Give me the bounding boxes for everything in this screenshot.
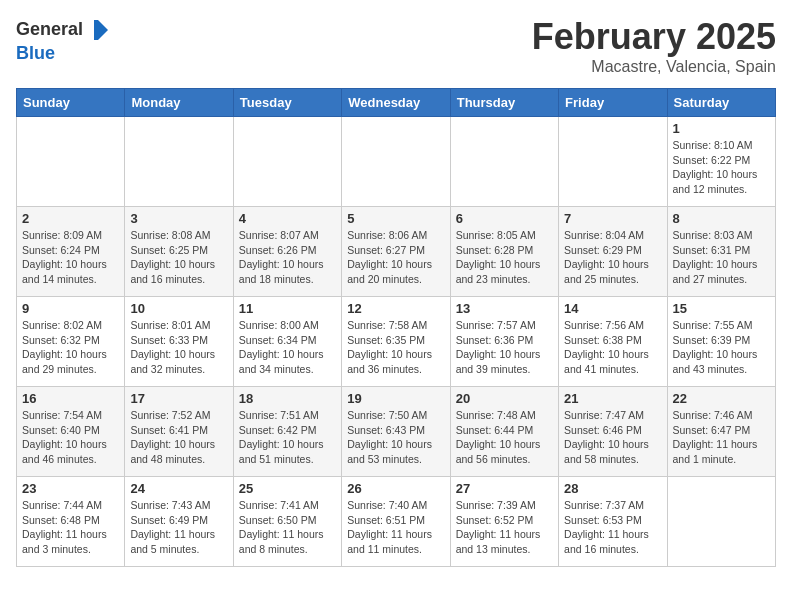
logo: General Blue xyxy=(16,16,113,64)
day-number: 2 xyxy=(22,211,119,226)
calendar-header-row: SundayMondayTuesdayWednesdayThursdayFrid… xyxy=(17,89,776,117)
day-info: Sunrise: 7:47 AM Sunset: 6:46 PM Dayligh… xyxy=(564,408,661,467)
weekday-header: Wednesday xyxy=(342,89,450,117)
calendar-cell: 23Sunrise: 7:44 AM Sunset: 6:48 PM Dayli… xyxy=(17,477,125,567)
day-number: 22 xyxy=(673,391,770,406)
day-number: 25 xyxy=(239,481,336,496)
day-number: 28 xyxy=(564,481,661,496)
calendar-cell: 18Sunrise: 7:51 AM Sunset: 6:42 PM Dayli… xyxy=(233,387,341,477)
calendar-cell xyxy=(233,117,341,207)
calendar-week-row: 16Sunrise: 7:54 AM Sunset: 6:40 PM Dayli… xyxy=(17,387,776,477)
day-info: Sunrise: 8:08 AM Sunset: 6:25 PM Dayligh… xyxy=(130,228,227,287)
day-number: 6 xyxy=(456,211,553,226)
day-info: Sunrise: 7:40 AM Sunset: 6:51 PM Dayligh… xyxy=(347,498,444,557)
day-number: 23 xyxy=(22,481,119,496)
day-number: 8 xyxy=(673,211,770,226)
day-number: 19 xyxy=(347,391,444,406)
calendar-cell: 10Sunrise: 8:01 AM Sunset: 6:33 PM Dayli… xyxy=(125,297,233,387)
day-number: 14 xyxy=(564,301,661,316)
calendar-cell: 20Sunrise: 7:48 AM Sunset: 6:44 PM Dayli… xyxy=(450,387,558,477)
month-title: February 2025 xyxy=(532,16,776,58)
day-number: 3 xyxy=(130,211,227,226)
calendar-cell: 21Sunrise: 7:47 AM Sunset: 6:46 PM Dayli… xyxy=(559,387,667,477)
calendar-cell: 19Sunrise: 7:50 AM Sunset: 6:43 PM Dayli… xyxy=(342,387,450,477)
calendar-cell: 16Sunrise: 7:54 AM Sunset: 6:40 PM Dayli… xyxy=(17,387,125,477)
weekday-header: Sunday xyxy=(17,89,125,117)
day-info: Sunrise: 7:52 AM Sunset: 6:41 PM Dayligh… xyxy=(130,408,227,467)
calendar-cell: 8Sunrise: 8:03 AM Sunset: 6:31 PM Daylig… xyxy=(667,207,775,297)
calendar-cell: 6Sunrise: 8:05 AM Sunset: 6:28 PM Daylig… xyxy=(450,207,558,297)
calendar-week-row: 1Sunrise: 8:10 AM Sunset: 6:22 PM Daylig… xyxy=(17,117,776,207)
calendar-week-row: 2Sunrise: 8:09 AM Sunset: 6:24 PM Daylig… xyxy=(17,207,776,297)
day-number: 7 xyxy=(564,211,661,226)
weekday-header: Tuesday xyxy=(233,89,341,117)
day-number: 17 xyxy=(130,391,227,406)
day-info: Sunrise: 7:57 AM Sunset: 6:36 PM Dayligh… xyxy=(456,318,553,377)
day-number: 16 xyxy=(22,391,119,406)
day-number: 26 xyxy=(347,481,444,496)
day-info: Sunrise: 8:02 AM Sunset: 6:32 PM Dayligh… xyxy=(22,318,119,377)
day-number: 12 xyxy=(347,301,444,316)
day-info: Sunrise: 7:51 AM Sunset: 6:42 PM Dayligh… xyxy=(239,408,336,467)
calendar-cell: 25Sunrise: 7:41 AM Sunset: 6:50 PM Dayli… xyxy=(233,477,341,567)
calendar-cell xyxy=(667,477,775,567)
day-number: 20 xyxy=(456,391,553,406)
calendar-cell: 27Sunrise: 7:39 AM Sunset: 6:52 PM Dayli… xyxy=(450,477,558,567)
day-info: Sunrise: 7:56 AM Sunset: 6:38 PM Dayligh… xyxy=(564,318,661,377)
weekday-header: Saturday xyxy=(667,89,775,117)
calendar-cell: 5Sunrise: 8:06 AM Sunset: 6:27 PM Daylig… xyxy=(342,207,450,297)
day-number: 24 xyxy=(130,481,227,496)
calendar-cell xyxy=(17,117,125,207)
page-header: General Blue February 2025 Macastre, Val… xyxy=(16,16,776,76)
calendar-week-row: 23Sunrise: 7:44 AM Sunset: 6:48 PM Dayli… xyxy=(17,477,776,567)
calendar-cell xyxy=(559,117,667,207)
day-number: 10 xyxy=(130,301,227,316)
calendar-cell: 4Sunrise: 8:07 AM Sunset: 6:26 PM Daylig… xyxy=(233,207,341,297)
day-info: Sunrise: 8:01 AM Sunset: 6:33 PM Dayligh… xyxy=(130,318,227,377)
calendar-cell: 26Sunrise: 7:40 AM Sunset: 6:51 PM Dayli… xyxy=(342,477,450,567)
weekday-header: Monday xyxy=(125,89,233,117)
day-info: Sunrise: 8:05 AM Sunset: 6:28 PM Dayligh… xyxy=(456,228,553,287)
calendar-cell: 17Sunrise: 7:52 AM Sunset: 6:41 PM Dayli… xyxy=(125,387,233,477)
calendar-cell: 28Sunrise: 7:37 AM Sunset: 6:53 PM Dayli… xyxy=(559,477,667,567)
day-info: Sunrise: 8:09 AM Sunset: 6:24 PM Dayligh… xyxy=(22,228,119,287)
calendar-cell: 1Sunrise: 8:10 AM Sunset: 6:22 PM Daylig… xyxy=(667,117,775,207)
calendar-cell: 9Sunrise: 8:02 AM Sunset: 6:32 PM Daylig… xyxy=(17,297,125,387)
day-info: Sunrise: 7:50 AM Sunset: 6:43 PM Dayligh… xyxy=(347,408,444,467)
svg-marker-0 xyxy=(98,20,108,40)
day-info: Sunrise: 7:54 AM Sunset: 6:40 PM Dayligh… xyxy=(22,408,119,467)
day-number: 21 xyxy=(564,391,661,406)
calendar-cell: 13Sunrise: 7:57 AM Sunset: 6:36 PM Dayli… xyxy=(450,297,558,387)
day-number: 18 xyxy=(239,391,336,406)
calendar-week-row: 9Sunrise: 8:02 AM Sunset: 6:32 PM Daylig… xyxy=(17,297,776,387)
day-info: Sunrise: 7:46 AM Sunset: 6:47 PM Dayligh… xyxy=(673,408,770,467)
day-info: Sunrise: 7:41 AM Sunset: 6:50 PM Dayligh… xyxy=(239,498,336,557)
svg-marker-1 xyxy=(94,20,98,40)
day-number: 15 xyxy=(673,301,770,316)
calendar-cell xyxy=(125,117,233,207)
calendar-cell xyxy=(342,117,450,207)
day-info: Sunrise: 8:03 AM Sunset: 6:31 PM Dayligh… xyxy=(673,228,770,287)
calendar-cell: 12Sunrise: 7:58 AM Sunset: 6:35 PM Dayli… xyxy=(342,297,450,387)
day-info: Sunrise: 8:06 AM Sunset: 6:27 PM Dayligh… xyxy=(347,228,444,287)
location-title: Macastre, Valencia, Spain xyxy=(532,58,776,76)
calendar-cell: 11Sunrise: 8:00 AM Sunset: 6:34 PM Dayli… xyxy=(233,297,341,387)
day-number: 11 xyxy=(239,301,336,316)
calendar-table: SundayMondayTuesdayWednesdayThursdayFrid… xyxy=(16,88,776,567)
day-info: Sunrise: 7:39 AM Sunset: 6:52 PM Dayligh… xyxy=(456,498,553,557)
calendar-cell: 7Sunrise: 8:04 AM Sunset: 6:29 PM Daylig… xyxy=(559,207,667,297)
title-block: February 2025 Macastre, Valencia, Spain xyxy=(532,16,776,76)
calendar-cell: 3Sunrise: 8:08 AM Sunset: 6:25 PM Daylig… xyxy=(125,207,233,297)
weekday-header: Friday xyxy=(559,89,667,117)
logo-general: General xyxy=(16,19,83,39)
day-number: 9 xyxy=(22,301,119,316)
day-info: Sunrise: 7:37 AM Sunset: 6:53 PM Dayligh… xyxy=(564,498,661,557)
day-info: Sunrise: 7:58 AM Sunset: 6:35 PM Dayligh… xyxy=(347,318,444,377)
day-info: Sunrise: 8:10 AM Sunset: 6:22 PM Dayligh… xyxy=(673,138,770,197)
calendar-cell: 15Sunrise: 7:55 AM Sunset: 6:39 PM Dayli… xyxy=(667,297,775,387)
day-number: 27 xyxy=(456,481,553,496)
calendar-cell: 2Sunrise: 8:09 AM Sunset: 6:24 PM Daylig… xyxy=(17,207,125,297)
day-info: Sunrise: 8:04 AM Sunset: 6:29 PM Dayligh… xyxy=(564,228,661,287)
day-info: Sunrise: 8:00 AM Sunset: 6:34 PM Dayligh… xyxy=(239,318,336,377)
day-info: Sunrise: 8:07 AM Sunset: 6:26 PM Dayligh… xyxy=(239,228,336,287)
